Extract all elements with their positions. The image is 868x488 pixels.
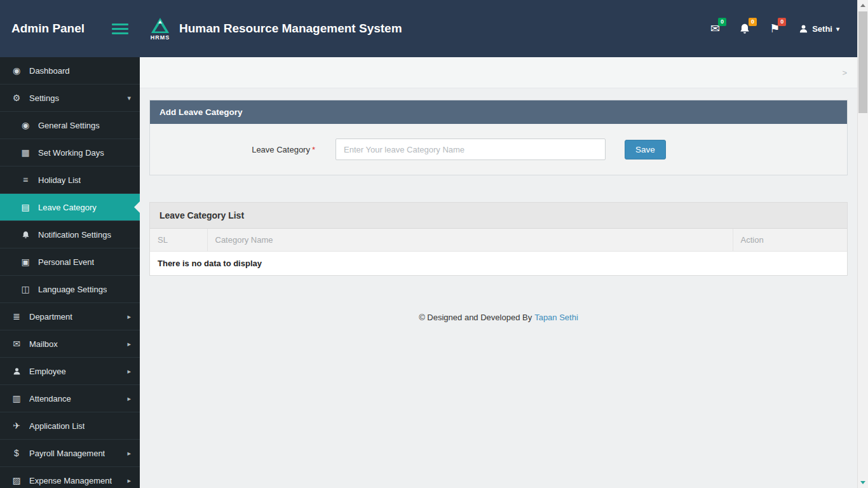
sidebar-item-attendance[interactable]: ▥ Attendance ▸ <box>0 385 140 412</box>
scroll-up-arrow-icon[interactable] <box>858 0 868 11</box>
sidebar-item-payroll-management[interactable]: $ Payroll Management ▸ <box>0 440 140 467</box>
logo-text: HRMS <box>151 34 170 41</box>
sidebar-nav: ◉ Dashboard ⚙ Settings ▾ ◉ General Setti… <box>0 57 140 488</box>
reports-button[interactable]: ⚑ 0 <box>770 23 780 34</box>
column-header-sl: SL <box>150 229 207 252</box>
sidebar-item-label: Personal Event <box>38 257 94 267</box>
chevron-right-icon: ▸ <box>127 367 131 376</box>
sidebar-item-label: Leave Category <box>38 203 97 212</box>
sidebar-item-label: Department <box>29 312 72 322</box>
sidebar-item-label: Settings <box>29 93 59 103</box>
sidebar-item-holiday-list[interactable]: ≡ Holiday List <box>0 166 140 194</box>
sidebar-item-leave-category[interactable]: ▤ Leave Category <box>0 194 140 221</box>
app-brand: HRMS Human Resource Management System <box>150 17 402 41</box>
sidebar-item-label: Attendance <box>29 394 71 403</box>
sidebar-item-label: Employee <box>29 367 66 376</box>
chevron-right-icon: ▸ <box>127 313 131 321</box>
envelope-icon: ✉ <box>9 339 24 349</box>
column-header-category-name: Category Name <box>207 229 733 252</box>
sidebar-item-label: Application List <box>29 421 85 431</box>
sidebar-item-notification-settings[interactable]: Notification Settings <box>0 221 140 248</box>
sidebar-item-employee[interactable]: Employee ▸ <box>0 358 140 385</box>
sidebar-item-label: General Settings <box>38 121 100 130</box>
file-icon: ▥ <box>9 393 24 403</box>
save-button[interactable]: Save <box>625 140 666 159</box>
reports-badge: 0 <box>778 18 786 26</box>
sidebar-item-application-list[interactable]: ✈ Application List <box>0 412 140 440</box>
messages-badge: 0 <box>718 18 726 26</box>
leave-category-table: SL Category Name Action There is no data… <box>150 229 847 275</box>
user-icon <box>9 367 24 376</box>
column-header-action: Action <box>733 229 847 252</box>
panel-title: Leave Category List <box>150 203 847 229</box>
add-leave-category-panel: Add Leave Category Leave Category* Save <box>149 100 848 175</box>
sidebar-item-settings[interactable]: ⚙ Settings ▾ <box>0 85 140 112</box>
empty-state-text: There is no data to display <box>150 252 847 276</box>
chevron-right-icon: ▸ <box>127 449 131 458</box>
money-icon: ▨ <box>9 475 24 485</box>
sidebar-item-label: Expense Management <box>29 476 112 485</box>
gears-icon: ⚙ <box>9 93 24 103</box>
paper-plane-icon: ✈ <box>9 421 24 431</box>
sidebar-item-label: Set Working Days <box>38 148 104 158</box>
breadcrumb-chevron: > <box>842 68 847 78</box>
sidebar-item-set-working-days[interactable]: ▦ Set Working Days <box>0 139 140 166</box>
leave-category-list-panel: Leave Category List SL Category Name Act… <box>149 202 848 276</box>
main-content: > Add Leave Category Leave Category* Sav… <box>140 57 857 488</box>
sidebar-item-personal-event[interactable]: ▣ Personal Event <box>0 248 140 276</box>
chevron-down-icon: ▾ <box>836 25 839 32</box>
notifications-badge: 0 <box>749 18 757 26</box>
sidebar-item-general-settings[interactable]: ◉ General Settings <box>0 112 140 139</box>
list-icon: ≡ <box>18 175 33 185</box>
sidebar-item-label: Language Settings <box>38 285 107 294</box>
breadcrumb: > <box>140 57 857 88</box>
sidebar-item-label: Mailbox <box>29 339 58 349</box>
calendar-icon: ▦ <box>18 147 33 158</box>
sidebar-item-label: Notification Settings <box>38 230 111 240</box>
chevron-right-icon: ▸ <box>127 477 131 485</box>
hamburger-menu-icon[interactable] <box>112 24 128 34</box>
chevron-right-icon: ▸ <box>127 395 131 403</box>
page-title: Human Resource Management System <box>179 22 402 36</box>
sidebar-header: Admin Panel <box>0 0 140 57</box>
topbar: Admin Panel HRMS Human Resource Manageme… <box>0 0 857 57</box>
topbar-icons: ✉ 0 0 ⚑ 0 Sethi ▾ <box>710 23 857 34</box>
notifications-button[interactable]: 0 <box>739 23 750 34</box>
admin-panel-title: Admin Panel <box>11 22 85 36</box>
sidebar-item-language-settings[interactable]: ◫ Language Settings <box>0 276 140 303</box>
language-icon: ◫ <box>18 284 33 294</box>
chevron-down-icon: ▾ <box>127 94 131 102</box>
gauge-icon: ◉ <box>18 120 33 130</box>
dollar-icon: $ <box>9 448 24 458</box>
sidebar-item-expense-management[interactable]: ▨ Expense Management ▸ <box>0 467 140 488</box>
note-icon: ▣ <box>18 257 33 267</box>
messages-button[interactable]: ✉ 0 <box>710 23 720 34</box>
user-menu[interactable]: Sethi ▾ <box>799 24 839 34</box>
sidebar-item-label: Dashboard <box>29 66 70 76</box>
page-footer: © Designed and Developed ByTapan Sethi <box>149 313 848 322</box>
scrollbar-thumb[interactable] <box>858 11 867 113</box>
chevron-right-icon: ▸ <box>127 340 131 348</box>
user-name: Sethi <box>812 24 832 34</box>
leave-category-input[interactable] <box>336 139 606 160</box>
table-icon: ▤ <box>18 202 33 212</box>
hrms-logo: HRMS <box>150 17 170 41</box>
footer-text: © Designed and Developed By <box>419 313 532 322</box>
dashboard-icon: ◉ <box>9 65 24 76</box>
vertical-scrollbar[interactable] <box>857 0 868 488</box>
sidebar-item-department[interactable]: ≣ Department ▸ <box>0 303 140 330</box>
user-icon <box>799 24 808 34</box>
sidebar-item-label: Payroll Management <box>29 449 105 458</box>
sidebar-item-dashboard[interactable]: ◉ Dashboard <box>0 57 140 85</box>
leave-category-label: Leave Category* <box>163 145 315 154</box>
table-row: There is no data to display <box>150 252 847 276</box>
field-label-text: Leave Category <box>252 145 310 154</box>
bell-icon <box>18 231 33 239</box>
sidebar-item-mailbox[interactable]: ✉ Mailbox ▸ <box>0 330 140 358</box>
author-link[interactable]: Tapan Sethi <box>534 313 578 322</box>
sidebar-item-label: Holiday List <box>38 175 81 185</box>
panel-title: Add Leave Category <box>150 100 847 124</box>
scroll-down-arrow-icon[interactable] <box>858 477 868 488</box>
required-asterisk: * <box>312 145 315 154</box>
logo-triangle-icon <box>150 17 170 34</box>
